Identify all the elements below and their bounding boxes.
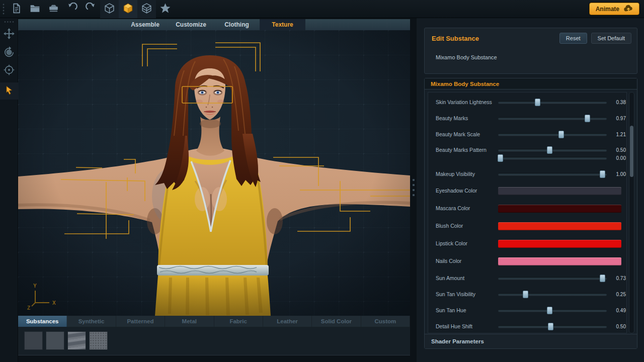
parameter-value: 0.50 — [611, 324, 626, 329]
slider-thumb[interactable] — [498, 154, 503, 162]
toolbar-cube-wireframe-button[interactable] — [100, 0, 119, 18]
toolbar-grip-handle[interactable] — [0, 0, 7, 18]
toolbar-favorite-star-button[interactable] — [156, 0, 175, 18]
tab-texture[interactable]: Texture — [260, 19, 305, 30]
slider-track[interactable] — [498, 149, 607, 151]
parameter-label: Beauty Marks — [436, 115, 498, 122]
parameter-row: Detail Hue Shift 0.50 — [428, 318, 626, 333]
slider-track[interactable] — [498, 117, 607, 120]
parameter-row: Nails Color — [428, 252, 626, 270]
character-model[interactable]: Y X Z — [18, 30, 410, 316]
parameters-section-header: Mixamo Body Substance — [425, 78, 637, 89]
substance-thumbnail-1[interactable] — [24, 331, 43, 350]
left-toolbar-grip-handle[interactable] — [0, 18, 18, 25]
slider-thumb[interactable] — [600, 170, 605, 178]
tab-customize[interactable]: Customize — [168, 19, 214, 30]
axis-z-label: Z — [27, 305, 30, 311]
slider-track[interactable] — [498, 277, 607, 280]
parameter-slider[interactable] — [498, 146, 607, 154]
material-tab-synthetic[interactable]: Synthetic — [67, 316, 116, 327]
substance-thumbnail-strip — [18, 327, 410, 355]
material-tab-leather[interactable]: Leather — [263, 316, 312, 327]
slider-thumb[interactable] — [558, 131, 564, 138]
toolbar-cube-stack-button[interactable] — [137, 0, 156, 18]
color-swatch[interactable] — [498, 222, 621, 230]
shader-parameters-header[interactable]: Shader Parameters — [425, 334, 637, 348]
parameter-slider[interactable] — [498, 170, 607, 178]
parameter-label: Sun Tan Hue — [436, 307, 498, 314]
material-tab-solid-color[interactable]: Solid Color — [312, 316, 361, 327]
panel-title: Edit Substance — [432, 35, 559, 42]
slider-track[interactable] — [498, 157, 607, 159]
select-tool-icon — [4, 85, 15, 98]
slider-track[interactable] — [498, 133, 607, 136]
toolbar-save-button[interactable] — [44, 0, 63, 18]
substance-thumbnail-4[interactable] — [89, 331, 108, 350]
parameter-slider[interactable] — [498, 99, 607, 106]
scrollbar-thumb[interactable] — [630, 126, 633, 177]
parameter-value: 1.00 — [611, 171, 626, 177]
parameter-slider[interactable] — [498, 323, 607, 330]
material-tab-fabric[interactable]: Fabric — [214, 316, 263, 327]
parameter-value: 0.38 — [611, 100, 626, 105]
parameter-label: Skin Variation Lightness — [436, 99, 498, 106]
parameter-value: 0.49 — [611, 308, 626, 313]
parameter-value: 0.25 — [611, 292, 626, 297]
parameter-label: Makeup Visibility — [436, 170, 498, 178]
parameter-row: Blush Color — [428, 217, 626, 235]
color-swatch[interactable] — [498, 187, 621, 195]
parameter-row: Sun Tan Hue 0.49 — [428, 302, 626, 318]
animate-button[interactable]: Animate — [589, 3, 639, 15]
parameter-slider[interactable] — [498, 291, 607, 298]
substance-thumbnail-3[interactable] — [67, 331, 86, 350]
toolbar-undo-button[interactable] — [63, 0, 82, 18]
color-swatch[interactable] — [498, 257, 621, 265]
slider-thumb[interactable] — [547, 307, 552, 314]
tab-clothing[interactable]: Clothing — [214, 19, 260, 30]
toolbar-redo-button[interactable] — [82, 0, 100, 18]
slider-track[interactable] — [498, 173, 607, 175]
parameters-list: Skin Variation Lightness 0.38 Beauty Mar… — [428, 92, 627, 333]
slider-thumb[interactable] — [547, 146, 552, 154]
parameter-slider[interactable] — [498, 154, 607, 162]
slider-thumb[interactable] — [535, 99, 540, 106]
slider-track[interactable] — [498, 101, 607, 104]
parameter-row: Lipstick Color — [428, 235, 626, 252]
slider-track[interactable] — [498, 293, 607, 296]
material-tab-patterned[interactable]: Patterned — [116, 316, 165, 327]
panel-splitter-handle[interactable] — [412, 177, 416, 198]
color-swatch[interactable] — [498, 240, 621, 248]
toolbar-new-document-button[interactable] — [7, 0, 26, 18]
toolbar-open-folder-button[interactable] — [26, 0, 44, 18]
slider-thumb[interactable] — [548, 323, 553, 330]
parameters-scrollbar[interactable] — [629, 92, 634, 333]
material-tab-metal[interactable]: Metal — [165, 316, 214, 327]
save-icon — [48, 3, 59, 16]
pan-tool-icon — [3, 28, 15, 41]
parameter-slider[interactable] — [498, 131, 607, 138]
toolbar-cube-solid-button[interactable] — [119, 0, 137, 18]
orbit-tool-button[interactable] — [0, 61, 18, 79]
tab-assemble[interactable]: Assemble — [122, 19, 168, 30]
select-tool-button[interactable] — [0, 82, 18, 100]
substance-thumbnail-2[interactable] — [46, 331, 64, 350]
color-swatch[interactable] — [498, 205, 621, 213]
slider-track[interactable] — [498, 309, 607, 312]
cube-stack-icon — [141, 3, 152, 16]
slider-thumb[interactable] — [600, 275, 605, 282]
parameter-label: Beauty Mark Scale — [436, 131, 498, 138]
slider-thumb[interactable] — [523, 291, 528, 298]
undo-icon — [66, 3, 78, 16]
material-tab-custom[interactable]: Custom — [361, 316, 410, 327]
parameter-row: Beauty Mark Scale 1.21 — [428, 126, 626, 142]
set-default-button[interactable]: Set Default — [591, 33, 631, 44]
parameter-slider[interactable] — [498, 115, 607, 122]
reset-button[interactable]: Reset — [559, 33, 587, 44]
pan-tool-button[interactable] — [0, 25, 18, 43]
slider-thumb[interactable] — [585, 115, 590, 122]
rotate-tool-button[interactable] — [0, 43, 18, 61]
parameter-slider[interactable] — [498, 275, 607, 282]
material-tab-substances[interactable]: Substances — [18, 316, 67, 327]
parameter-slider[interactable] — [498, 307, 607, 314]
parameter-value: 0.00 — [611, 155, 626, 161]
